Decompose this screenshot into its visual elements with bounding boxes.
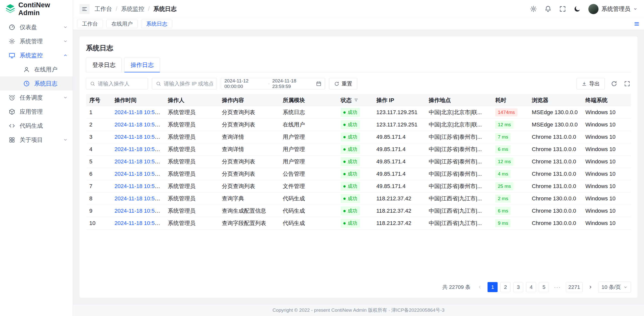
- cell-module: 公告管理: [279, 170, 337, 178]
- sidebar-item-label: 系统监控: [20, 52, 59, 59]
- status-dot-icon: [343, 111, 346, 114]
- column-header: 操作人: [165, 97, 219, 104]
- duration-badge: 1474ms: [495, 108, 517, 116]
- cell-location: 中国|江西省|九江市|...: [425, 195, 492, 202]
- sidebar-item-system-management[interactable]: 系统管理: [0, 34, 73, 48]
- time-link[interactable]: 2024-11-18 10:51:49: [114, 208, 165, 214]
- tab-online-users[interactable]: 在线用户: [106, 20, 138, 28]
- time-link[interactable]: 2024-11-18 10:51:53: [114, 171, 165, 177]
- column-header: 所属模块: [279, 97, 337, 104]
- pagination-next-button[interactable]: [585, 282, 595, 292]
- breadcrumb-current: 系统日志: [153, 5, 177, 13]
- sidebar-item-label: 系统日志: [34, 80, 68, 87]
- time-link[interactable]: 2024-11-18 10:52:55: [114, 109, 165, 115]
- breadcrumb-item[interactable]: 系统监控: [121, 5, 144, 13]
- refresh-icon: [611, 80, 617, 87]
- fullscreen-icon[interactable]: [559, 5, 566, 13]
- cell-location: 中国|江苏省|泰州市|...: [425, 183, 492, 190]
- chevron-right-icon: [588, 285, 593, 290]
- sidebar-item-code-generation[interactable]: 代码生成: [0, 119, 73, 133]
- time-link[interactable]: 2024-11-18 10:51:50: [114, 195, 165, 202]
- time-link[interactable]: 2024-11-18 10:51:55: [114, 158, 165, 165]
- duration-badge: 6 ms: [495, 145, 511, 153]
- page-size-select[interactable]: 10 条/页: [598, 282, 631, 293]
- pagination-page[interactable]: 2271: [566, 282, 583, 292]
- ip-search-input[interactable]: [164, 81, 213, 87]
- cell-duration: 2 ms: [492, 195, 529, 203]
- sidebar-item-online-users[interactable]: 在线用户: [0, 62, 73, 76]
- sidebar-item-system-monitor[interactable]: 系统监控: [0, 48, 73, 62]
- tab-list-menu-icon[interactable]: [633, 21, 640, 27]
- cell-time: 2024-11-18 10:52:05: [111, 146, 165, 153]
- sidebar-item-app-management[interactable]: 应用管理: [0, 105, 73, 119]
- tab-login-log[interactable]: 登录日志: [86, 58, 122, 72]
- operator-search: [86, 78, 148, 89]
- tab-workbench[interactable]: 工作台: [77, 20, 103, 28]
- cell-duration: 9 ms: [492, 219, 529, 227]
- operator-search-input[interactable]: [98, 81, 144, 87]
- pagination-ellipsis[interactable]: ···: [552, 282, 563, 292]
- time-link[interactable]: 2024-11-18 10:52:05: [114, 146, 165, 152]
- sidebar: ContiNew Admin 仪表盘 系统管理 系统监控 在线用户: [0, 0, 73, 316]
- refresh-button[interactable]: [610, 80, 618, 87]
- pagination-page[interactable]: 5: [539, 282, 549, 292]
- cell-index: 8: [86, 195, 111, 202]
- cell-index: 6: [86, 171, 111, 177]
- pagination-page[interactable]: 2: [500, 282, 510, 292]
- page-title: 系统日志: [86, 43, 631, 53]
- date-range-picker[interactable]: 2024-11-12 00:00:00 - 2024-11-18 23:59:5…: [221, 78, 325, 89]
- chevron-down-icon: [63, 25, 68, 29]
- cell-content: 分页查询列表: [219, 170, 279, 178]
- filter-toolbar: 2024-11-12 00:00:00 - 2024-11-18 23:59:5…: [86, 78, 631, 89]
- time-link[interactable]: 2024-11-18 10:51:52: [114, 183, 165, 189]
- cell-duration: 25 ms: [492, 182, 529, 190]
- sidebar-item-system-log[interactable]: 系统日志: [0, 76, 73, 91]
- cell-os: Windows 10: [582, 208, 631, 214]
- cell-status: 成功: [337, 108, 373, 117]
- app-logo[interactable]: ContiNew Admin: [0, 0, 73, 18]
- cell-module: 代码生成: [279, 219, 337, 227]
- status-dot-icon: [343, 222, 346, 224]
- user-name: 系统管理员: [601, 5, 630, 13]
- sidebar-item-label: 代码生成: [20, 122, 68, 130]
- tab-operation-log[interactable]: 操作日志: [124, 58, 160, 72]
- breadcrumb-item[interactable]: 工作台: [95, 5, 112, 13]
- cell-module: 系统日志: [279, 109, 337, 116]
- menu-icon: [82, 6, 88, 12]
- time-link[interactable]: 2024-11-18 10:52:47: [114, 121, 165, 128]
- filter-icon[interactable]: [354, 98, 358, 103]
- date-start: 2024-11-12 00:00:00: [224, 78, 266, 89]
- pagination-page[interactable]: 3: [513, 282, 523, 292]
- export-button[interactable]: 导出: [577, 78, 605, 89]
- cell-location: 中国|江苏省|泰州市|...: [425, 133, 492, 141]
- sidebar-item-about-project[interactable]: 关于项目: [0, 133, 73, 147]
- time-link[interactable]: 2024-11-18 10:51:49: [114, 220, 165, 226]
- logo-icon: [6, 4, 15, 14]
- dark-mode-moon-icon[interactable]: [574, 5, 581, 13]
- cell-duration: 4 ms: [492, 170, 529, 178]
- chevron-left-icon: [477, 285, 482, 290]
- sidebar-item-task-schedule[interactable]: 任务调度: [0, 91, 73, 105]
- cell-module: 用户管理: [279, 133, 337, 141]
- notification-bell-icon[interactable]: [544, 5, 552, 13]
- table-fullscreen-button[interactable]: [623, 80, 631, 87]
- cell-ip: 49.85.171.4: [373, 146, 425, 153]
- cell-os: Windows 10: [582, 195, 631, 202]
- cell-index: 3: [86, 134, 111, 140]
- sidebar-item-dashboard[interactable]: 仪表盘: [0, 20, 73, 34]
- pagination-page[interactable]: 4: [526, 282, 536, 292]
- pagination-page[interactable]: 1: [488, 282, 498, 292]
- user-menu[interactable]: 系统管理员: [588, 4, 637, 14]
- cell-time: 2024-11-18 10:51:50: [111, 195, 165, 202]
- collapse-sidebar-button[interactable]: [79, 4, 90, 14]
- cell-content: 分页查询列表: [219, 109, 279, 116]
- reset-button[interactable]: 重置: [329, 78, 357, 89]
- cell-index: 9: [86, 208, 111, 214]
- cell-content: 查询字段配置列表: [219, 219, 279, 227]
- pagination-pages: 12345···2271: [488, 282, 583, 292]
- settings-gear-icon[interactable]: [530, 5, 537, 13]
- pagination-prev-button[interactable]: [475, 282, 485, 292]
- cell-operator: 系统管理员: [165, 146, 219, 153]
- time-link[interactable]: 2024-11-18 10:52:12: [114, 134, 165, 140]
- tab-system-log[interactable]: 系统日志: [141, 20, 172, 28]
